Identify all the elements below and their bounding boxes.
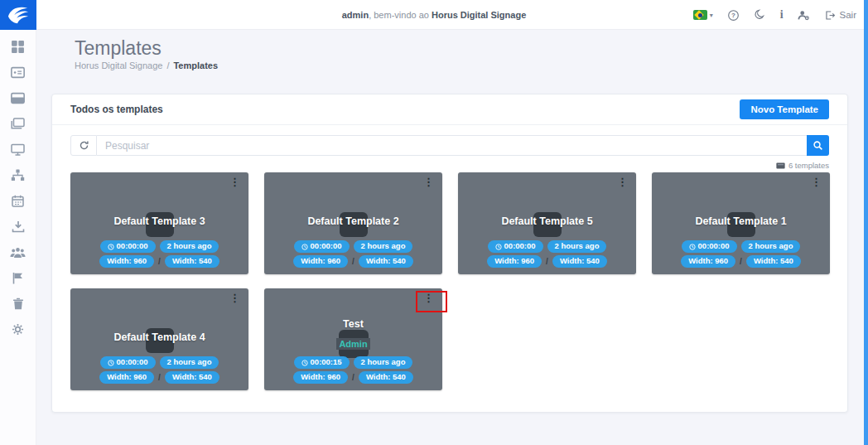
refresh-button[interactable] xyxy=(70,135,97,156)
template-title: Default Template 1 xyxy=(652,215,830,227)
sidebar-item-download[interactable] xyxy=(7,220,30,234)
highlight-annotation-box xyxy=(416,291,447,312)
clock-icon xyxy=(108,244,114,250)
width-badge: Width: 960 xyxy=(293,255,348,268)
clock-icon xyxy=(301,360,308,366)
updated-badge: 2 hours ago xyxy=(354,356,413,369)
template-thumbnail: Admin xyxy=(339,330,369,358)
logout-button[interactable]: Sair xyxy=(824,10,856,21)
size-separator: / xyxy=(352,373,354,382)
height-badge: Width: 540 xyxy=(746,255,801,268)
duration-badge: 00:00:00 xyxy=(100,240,156,253)
new-template-button[interactable]: Novo Template xyxy=(740,99,829,119)
templates-count-icon xyxy=(776,162,785,170)
kebab-menu-icon[interactable]: ⋮ xyxy=(423,177,434,187)
sidebar-item-cards[interactable] xyxy=(7,65,30,80)
template-title: Default Template 4 xyxy=(70,331,248,343)
template-badges: 00:00:00 2 hours ago Width: 960 / Width:… xyxy=(264,240,442,268)
search-icon xyxy=(813,140,823,151)
horus-bird-icon xyxy=(6,4,31,26)
sidebar-item-images[interactable] xyxy=(7,117,30,131)
trash-icon xyxy=(12,297,24,310)
info-icon[interactable]: i xyxy=(780,8,784,22)
template-title: Test xyxy=(264,318,442,330)
duration-badge: 00:00:00 xyxy=(682,240,737,253)
width-badge: Width: 960 xyxy=(487,255,542,268)
kebab-menu-icon[interactable]: ⋮ xyxy=(617,177,628,187)
images-icon xyxy=(11,118,25,130)
sidebar-item-sitemap[interactable] xyxy=(7,168,30,182)
svg-text:?: ? xyxy=(731,12,735,19)
template-title: Default Template 5 xyxy=(458,215,636,227)
sidebar-item-flag[interactable] xyxy=(7,271,30,285)
clock-icon xyxy=(108,360,114,366)
display-icon xyxy=(11,143,25,156)
template-badges: 00:00:00 2 hours ago Width: 960 / Width:… xyxy=(458,240,636,268)
template-card[interactable]: ⋮ Default Template 2 00:00:00 2 hours ag… xyxy=(264,172,442,274)
template-thumbnail-label: Admin xyxy=(336,338,369,350)
flag-icon xyxy=(12,272,24,284)
template-card[interactable]: ⋮ Admin Test 00:00:15 2 hours ago Width:… xyxy=(264,288,442,390)
templates-count: 6 templates xyxy=(70,161,829,170)
search-input[interactable] xyxy=(97,135,807,156)
template-title: Default Template 3 xyxy=(70,215,248,227)
kebab-menu-icon[interactable]: ⋮ xyxy=(811,177,822,187)
welcome-username: admin xyxy=(342,10,369,20)
template-card[interactable]: ⋮ Default Template 4 00:00:00 2 hours ag… xyxy=(70,288,248,390)
sidebar-item-calendar[interactable] xyxy=(7,194,30,208)
users-icon xyxy=(10,247,26,259)
top-bar: admin, bem-vindo ao Horus Digital Signag… xyxy=(0,0,868,30)
clock-icon xyxy=(301,244,308,250)
kebab-menu-icon[interactable]: ⋮ xyxy=(229,293,240,303)
breadcrumb-root[interactable]: Horus Digital Signage xyxy=(75,60,162,70)
settings-icon xyxy=(12,323,24,336)
template-card[interactable]: ⋮ Default Template 1 00:00:00 2 hours ag… xyxy=(652,172,830,274)
admin-user-icon[interactable] xyxy=(798,9,810,22)
duration-badge: 00:00:15 xyxy=(294,356,350,369)
horus-logo[interactable] xyxy=(0,0,36,30)
search-button[interactable] xyxy=(807,135,829,156)
updated-badge: 2 hours ago xyxy=(160,240,219,253)
logout-icon xyxy=(824,10,836,21)
breadcrumb: Horus Digital Signage/Templates xyxy=(75,60,218,70)
duration-badge: 00:00:00 xyxy=(488,240,543,253)
dark-mode-moon-icon[interactable] xyxy=(754,9,766,22)
page-scrollbar[interactable] xyxy=(864,0,868,445)
panel-title: Todos os templates xyxy=(70,104,163,115)
width-badge: Width: 960 xyxy=(293,371,348,384)
size-separator: / xyxy=(740,257,742,266)
updated-badge: 2 hours ago xyxy=(547,240,607,253)
updated-badge: 2 hours ago xyxy=(741,240,801,253)
language-dropdown[interactable]: ▾ xyxy=(693,10,713,20)
sidebar-item-display[interactable] xyxy=(7,143,30,157)
template-card[interactable]: ⋮ Default Template 3 00:00:00 2 hours ag… xyxy=(70,172,248,274)
sidebar-item-wallet[interactable] xyxy=(7,91,30,105)
sidebar-item-dashboard[interactable] xyxy=(7,40,30,54)
sidebar-item-settings[interactable] xyxy=(7,322,30,336)
height-badge: Width: 540 xyxy=(552,255,607,268)
logout-label: Sair xyxy=(840,10,856,20)
sidebar-nav xyxy=(0,30,36,445)
height-badge: Width: 540 xyxy=(359,371,413,384)
refresh-icon xyxy=(79,140,89,151)
page-title: Templates xyxy=(75,37,162,60)
template-title: Default Template 2 xyxy=(264,215,442,227)
breadcrumb-current: Templates xyxy=(173,60,218,70)
sitemap-icon xyxy=(11,169,25,181)
updated-badge: 2 hours ago xyxy=(160,356,219,369)
template-badges: 00:00:00 2 hours ago Width: 960 / Width:… xyxy=(70,356,248,384)
sidebar-item-trash[interactable] xyxy=(7,297,30,311)
calendar-icon xyxy=(12,195,24,207)
templates-panel: Todos os templates Novo Template 6 templ… xyxy=(51,94,848,413)
dashboard-icon xyxy=(11,40,25,54)
template-card[interactable]: ⋮ Default Template 5 00:00:00 2 hours ag… xyxy=(458,172,636,274)
size-separator: / xyxy=(546,257,548,266)
template-badges: 00:00:00 2 hours ago Width: 960 / Width:… xyxy=(652,240,830,268)
width-badge: Width: 960 xyxy=(99,255,154,268)
help-icon[interactable]: ? xyxy=(727,9,740,22)
height-badge: Width: 540 xyxy=(165,371,219,384)
clock-icon xyxy=(495,244,502,250)
kebab-menu-icon[interactable]: ⋮ xyxy=(229,177,240,187)
size-separator: / xyxy=(158,373,161,382)
sidebar-item-users[interactable] xyxy=(7,245,30,259)
